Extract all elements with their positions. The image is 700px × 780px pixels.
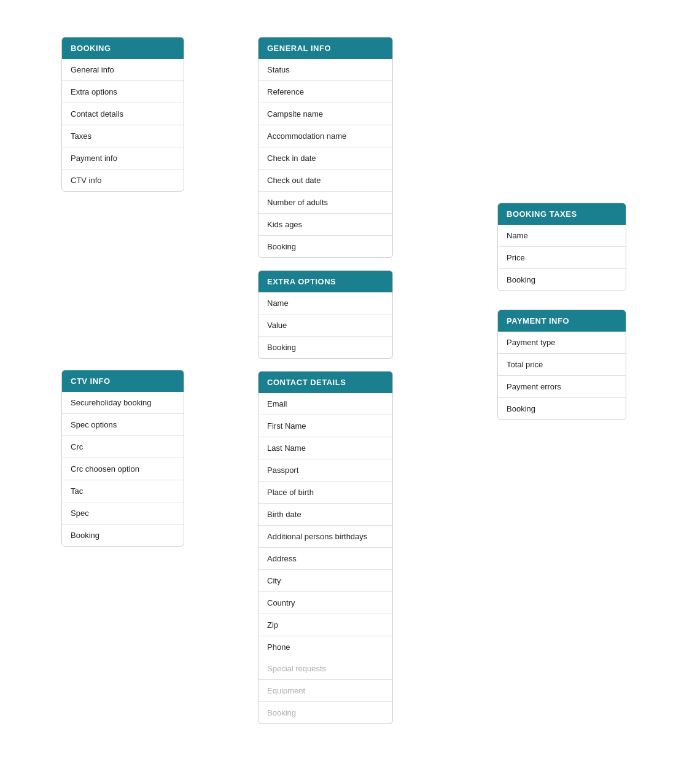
list-item: Name: [498, 225, 626, 247]
contact-details-faded-container: Special requestsEquipmentBooking: [259, 658, 392, 723]
list-item: Contact details: [62, 103, 184, 125]
booking-items-container: General infoExtra optionsContact details…: [62, 59, 184, 191]
list-item: Place of birth: [259, 482, 392, 504]
list-item: Taxes: [62, 125, 184, 147]
list-item: Secureholiday booking: [62, 392, 184, 414]
list-item: Campsite name: [259, 103, 392, 125]
list-item: Extra options: [62, 81, 184, 103]
list-item: Accommodation name: [259, 125, 392, 147]
general-info-items-container: StatusReferenceCampsite nameAccommodatio…: [259, 59, 392, 257]
list-item: Additional persons birthdays: [259, 526, 392, 548]
list-item: Crc: [62, 436, 184, 458]
list-item: Address: [259, 548, 392, 570]
ctv-info-card: CTV INFO Secureholiday bookingSpec optio…: [61, 370, 184, 547]
list-item: Reference: [259, 81, 392, 103]
extra-options-items-container: NameValueBooking: [259, 292, 392, 358]
list-item: Phone: [259, 636, 392, 658]
list-item: Payment info: [62, 147, 184, 170]
list-item: Value: [259, 314, 392, 337]
list-item: Email: [259, 393, 392, 415]
list-item: Country: [259, 592, 392, 614]
ctv-info-header: CTV INFO: [62, 370, 184, 392]
list-item: Special requests: [259, 658, 392, 680]
booking-taxes-card: BOOKING TAXES NamePriceBooking: [497, 203, 626, 291]
payment-info-header: PAYMENT INFO: [498, 310, 626, 332]
contact-details-header: CONTACT DETAILS: [259, 372, 392, 393]
list-item: Booking: [259, 236, 392, 257]
list-item: City: [259, 570, 392, 592]
list-item: Payment type: [498, 332, 626, 354]
list-item: Status: [259, 59, 392, 81]
list-item: Number of adults: [259, 192, 392, 214]
list-item: Check in date: [259, 147, 392, 170]
list-item: Payment errors: [498, 376, 626, 398]
list-item: Zip: [259, 614, 392, 636]
list-item: Passport: [259, 459, 392, 482]
list-item: Booking: [259, 337, 392, 358]
list-item: Last Name: [259, 437, 392, 459]
list-item: Spec options: [62, 414, 184, 436]
list-item: Check out date: [259, 170, 392, 192]
list-item: Total price: [498, 354, 626, 376]
list-item: First Name: [259, 415, 392, 437]
list-item: Crc choosen option: [62, 458, 184, 480]
contact-details-card: CONTACT DETAILS EmailFirst NameLast Name…: [258, 371, 393, 724]
extra-options-card: EXTRA OPTIONS NameValueBooking: [258, 270, 393, 359]
general-info-header: GENERAL INFO: [259, 37, 392, 59]
list-item: Booking: [498, 269, 626, 291]
booking-taxes-header: BOOKING TAXES: [498, 203, 626, 225]
payment-info-items-container: Payment typeTotal pricePayment errorsBoo…: [498, 332, 626, 419]
booking-card-header: BOOKING: [62, 37, 184, 59]
list-item: General info: [62, 59, 184, 81]
contact-details-items-container: EmailFirst NameLast NamePassportPlace of…: [259, 393, 392, 658]
list-item: Spec: [62, 502, 184, 525]
list-item: Booking: [498, 398, 626, 419]
extra-options-header: EXTRA OPTIONS: [259, 271, 392, 292]
list-item: Booking: [62, 525, 184, 546]
booking-taxes-items-container: NamePriceBooking: [498, 225, 626, 291]
list-item: Name: [259, 292, 392, 314]
list-item: Price: [498, 247, 626, 269]
list-item: Kids ages: [259, 214, 392, 236]
list-item: Tac: [62, 480, 184, 502]
ctv-items-container: Secureholiday bookingSpec optionsCrcCrc …: [62, 392, 184, 546]
booking-card: BOOKING General infoExtra optionsContact…: [61, 37, 184, 192]
general-info-card: GENERAL INFO StatusReferenceCampsite nam…: [258, 37, 393, 258]
list-item: Equipment: [259, 680, 392, 702]
list-item: Birth date: [259, 504, 392, 526]
payment-info-card: PAYMENT INFO Payment typeTotal pricePaym…: [497, 310, 626, 420]
list-item: CTV info: [62, 170, 184, 191]
list-item: Booking: [259, 702, 392, 723]
